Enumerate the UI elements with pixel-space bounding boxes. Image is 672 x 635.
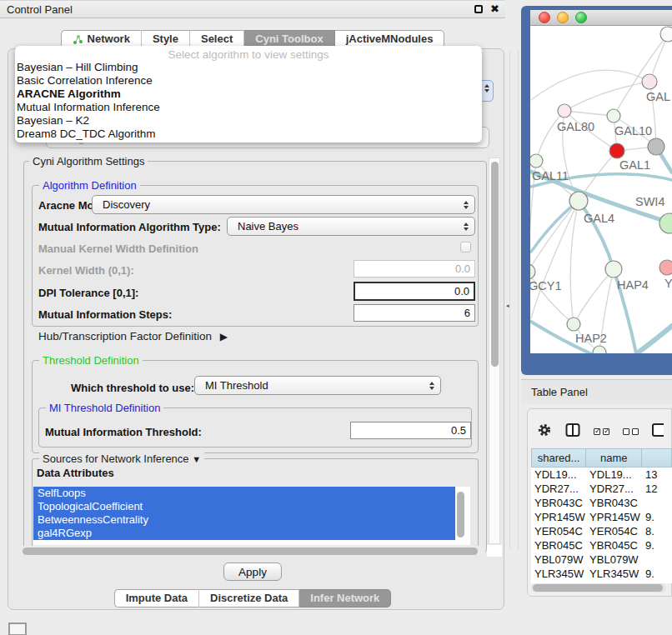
sources-group-title[interactable]: Sources for Network Inference ▼ xyxy=(39,452,204,465)
table-row[interactable]: YDL19...YDL19...13 xyxy=(531,468,672,482)
data-attributes-list[interactable]: SelfLoopsTopologicalCoefficientBetweenne… xyxy=(33,487,470,545)
table-hscrollbar[interactable] xyxy=(531,583,666,592)
hub-definition-expander[interactable]: Hub/Transcription Factor Definition ▶ xyxy=(38,330,228,342)
kernel-width-label: Kernel Width (0,1): xyxy=(38,264,134,277)
settings-gear-icon[interactable] xyxy=(537,422,552,441)
mi-algorithm-type-combo[interactable]: Naive Bayes xyxy=(227,217,475,236)
table-cell: 8. xyxy=(642,525,672,538)
select-all-columns-icon[interactable]: ✓✓ xyxy=(594,428,609,435)
settings-hscrollbar[interactable] xyxy=(20,546,485,556)
node-label: GAL4 xyxy=(584,212,614,225)
minimize-traffic-light-icon[interactable] xyxy=(557,12,569,23)
table-cell: YBR045C xyxy=(531,539,586,552)
algorithm-option-dream8-dc-tdc-algorithm[interactable]: Dream8 DC_TDC Algorithm xyxy=(15,128,482,141)
table-panel-toolbar: ✓✓ xyxy=(537,422,672,442)
table-cell: 9. xyxy=(642,539,672,552)
attribute-item-gal4rgexp[interactable]: gal4RGexp xyxy=(33,527,455,540)
split-pane-divider[interactable]: ◂ xyxy=(505,0,521,635)
aracne-mode-combo[interactable]: Discovery xyxy=(92,195,475,214)
network-node-gal11[interactable] xyxy=(530,154,543,168)
network-node-gcy1[interactable] xyxy=(530,264,535,279)
table-row[interactable]: YBL079WYBL079W xyxy=(531,552,672,567)
node-label: GAL xyxy=(646,90,670,103)
dpi-tolerance-input[interactable]: 0.0 xyxy=(354,282,475,301)
which-threshold-label: Which threshold to use: xyxy=(71,382,194,394)
zoom-traffic-light-icon[interactable] xyxy=(575,12,587,23)
table-row[interactable]: YPR145WYPR145W9. xyxy=(531,510,672,524)
split-columns-icon[interactable] xyxy=(565,422,580,441)
tab-label: Select xyxy=(201,31,233,48)
threshold-definition-title: Threshold Definition xyxy=(39,354,143,367)
unselect-all-columns-icon[interactable] xyxy=(623,428,639,435)
network-node-y[interactable] xyxy=(659,260,672,275)
network-graph: GALGAL80GAL10GAL1GAL11GAL4SWI4GCY1HAP4YH… xyxy=(530,26,672,353)
which-threshold-combo[interactable]: MI Threshold xyxy=(194,376,441,395)
manual-kernel-width-checkbox[interactable] xyxy=(460,242,471,252)
attribute-item-topologicalcoefficient[interactable]: TopologicalCoefficient xyxy=(33,500,455,513)
column-header-shared[interactable]: shared... xyxy=(531,448,586,468)
table-cell: 13 xyxy=(642,468,672,481)
column-header-name[interactable]: name xyxy=(586,448,642,468)
close-traffic-light-icon[interactable] xyxy=(539,12,550,23)
inference-algorithm-combo-edge[interactable] xyxy=(480,80,494,102)
network-edge xyxy=(614,34,668,116)
collapsed-window-icon[interactable] xyxy=(8,622,27,635)
network-view-canvas[interactable]: GALGAL80GAL10GAL1GAL11GAL4SWI4GCY1HAP4YH… xyxy=(530,26,672,353)
network-icon xyxy=(73,34,83,45)
network-node-gal1[interactable] xyxy=(609,143,624,158)
network-node-hap4[interactable] xyxy=(605,261,622,278)
network-node-gal[interactable] xyxy=(642,74,657,89)
settings-scrollpane: Cyni Algorithm Settings Algorithm Defini… xyxy=(18,155,502,557)
settings-vscrollbar[interactable] xyxy=(489,158,500,544)
float-window-icon[interactable] xyxy=(474,5,483,13)
table-cell: YBL079W xyxy=(586,553,642,566)
network-node-gal4[interactable] xyxy=(569,192,588,210)
network-edge xyxy=(530,201,579,272)
network-node-swi4[interactable] xyxy=(659,213,672,233)
table-row[interactable]: YER054CYER054C8. xyxy=(531,524,672,538)
attribute-item-selfloops[interactable]: SelfLoops xyxy=(33,487,455,500)
combo-arrows-icon xyxy=(464,201,469,209)
bottom-tab-discretize-data[interactable]: Discretize Data xyxy=(199,589,299,608)
network-node-gal10[interactable] xyxy=(607,109,620,122)
node-label: SWI4 xyxy=(635,195,664,208)
combo-arrows-icon xyxy=(464,222,469,231)
mi-threshold-input[interactable]: 0.5 xyxy=(350,422,471,439)
table-cell: YLR345W xyxy=(586,568,642,580)
tab-label: Style xyxy=(153,31,178,48)
column-header-cut[interactable] xyxy=(642,448,672,468)
algorithm-option-mutual-information-inference[interactable]: Mutual Information Inference xyxy=(15,101,482,114)
node-label: GAL80 xyxy=(557,120,594,133)
algorithm-option-bayesian-hill-climbing[interactable]: Bayesian – Hill Climbing xyxy=(15,61,482,74)
bottom-tab-infer-network[interactable]: Infer Network xyxy=(299,589,391,608)
table-row[interactable]: YLR345WYLR345W9. xyxy=(531,567,672,581)
mi-threshold-definition-title: MI Threshold Definition xyxy=(46,402,163,414)
kernel-width-input[interactable]: 0.0 xyxy=(354,260,475,278)
algorithm-option-aracne-algorithm[interactable]: ARACNE Algorithm xyxy=(15,88,482,101)
attribute-item-betweennesscentrality[interactable]: BetweennessCentrality xyxy=(33,513,455,527)
tab-label: jActiveMNodules xyxy=(346,31,434,48)
new-object-icon[interactable] xyxy=(652,422,664,441)
mi-steps-input[interactable]: 6 xyxy=(354,304,475,322)
cyni-settings-group-title: Cyni Algorithm Settings xyxy=(29,155,148,168)
dpi-tolerance-label: DPI Tolerance [0,1]: xyxy=(38,287,138,299)
algorithm-option-bayesian-k2[interactable]: Bayesian – K2 xyxy=(15,114,482,128)
network-node[interactable] xyxy=(593,346,606,353)
table-cell: YPR145W xyxy=(586,511,642,523)
bottom-tab-impute-data[interactable]: Impute Data xyxy=(114,589,199,608)
splitter-handle-icon[interactable]: ◂ xyxy=(506,302,510,308)
network-node[interactable] xyxy=(660,27,672,42)
mi-steps-label: Mutual Information Steps: xyxy=(38,308,172,321)
attributes-vscrollbar-thumb[interactable] xyxy=(457,492,464,538)
network-node-gal80[interactable] xyxy=(558,104,571,118)
network-node[interactable] xyxy=(648,138,664,155)
table-row[interactable]: YBR045CYBR045C9. xyxy=(531,538,672,552)
table-row[interactable]: YDR27...YDR27...12 xyxy=(531,482,672,496)
algorithm-option-basic-correlation-inference[interactable]: Basic Correlation Inference xyxy=(15,74,482,88)
close-icon[interactable]: ✖ xyxy=(490,3,499,14)
network-node-hap2[interactable] xyxy=(567,318,580,331)
apply-button[interactable]: Apply xyxy=(223,562,282,581)
network-window-titlebar[interactable] xyxy=(530,10,672,26)
manual-kernel-width-label: Manual Kernel Width Definition xyxy=(38,242,198,255)
table-row[interactable]: YBR043CYBR043C xyxy=(531,496,672,510)
